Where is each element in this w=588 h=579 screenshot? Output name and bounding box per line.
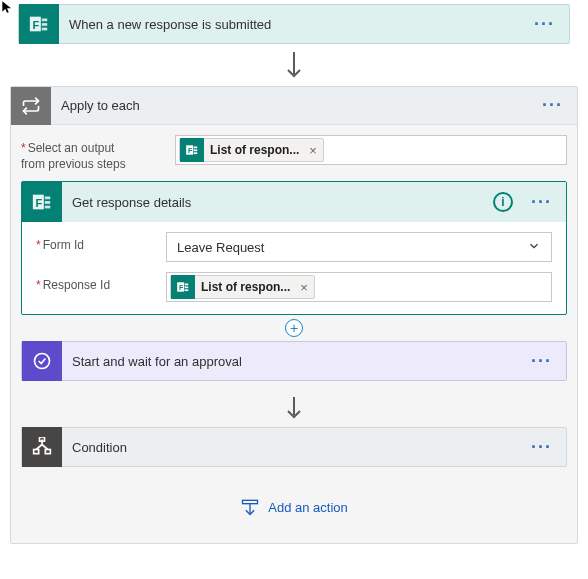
response-token[interactable]: F List of respon... × [170, 275, 315, 299]
forms-icon: F [19, 4, 59, 44]
svg-rect-2 [42, 19, 48, 22]
output-token[interactable]: F List of respon... × [179, 138, 324, 162]
svg-rect-8 [194, 147, 198, 149]
apply-to-each-header[interactable]: Apply to each ··· [11, 87, 577, 125]
get-response-menu-icon[interactable]: ··· [517, 192, 566, 213]
svg-rect-3 [42, 23, 48, 26]
select-output-input[interactable]: F List of respon... × [175, 135, 567, 165]
approval-menu-icon[interactable]: ··· [517, 351, 566, 372]
condition-card[interactable]: Condition ··· [21, 427, 567, 467]
svg-point-21 [35, 354, 50, 369]
token-label: List of respon... [201, 280, 296, 294]
form-id-dropdown[interactable]: Leave Request [166, 232, 552, 262]
trigger-title: When a new response is submitted [59, 17, 520, 32]
plus-icon: + [285, 319, 303, 337]
select-output-row: Select an output from previous steps F L… [21, 135, 567, 171]
trigger-menu-icon[interactable]: ··· [520, 14, 569, 35]
apply-to-each-title: Apply to each [51, 98, 528, 113]
form-id-value: Leave Request [177, 240, 264, 255]
cursor-icon [0, 0, 14, 17]
condition-title: Condition [62, 440, 517, 455]
apply-to-each-container: Apply to each ··· Select an output from … [10, 86, 578, 544]
condition-menu-icon[interactable]: ··· [517, 437, 566, 458]
forms-icon: F [171, 275, 195, 299]
svg-rect-10 [194, 152, 198, 154]
approval-title: Start and wait for an approval [62, 354, 517, 369]
svg-rect-28 [40, 437, 45, 441]
condition-icon [22, 427, 62, 467]
arrow-icon [10, 44, 578, 86]
forms-icon: F [22, 182, 62, 222]
arrow-icon [21, 389, 567, 427]
svg-text:F: F [33, 19, 40, 31]
loop-icon [11, 87, 51, 125]
approval-icon [22, 341, 62, 381]
svg-rect-15 [45, 206, 51, 209]
forms-icon: F [180, 138, 204, 162]
svg-rect-29 [243, 500, 258, 503]
trigger-card[interactable]: F When a new response is submitted ··· [18, 4, 570, 44]
token-label: List of respon... [210, 143, 305, 157]
svg-rect-13 [45, 197, 51, 200]
select-output-label: Select an output from previous steps [21, 135, 175, 171]
svg-text:F: F [36, 197, 43, 209]
token-remove-icon[interactable]: × [296, 280, 312, 295]
token-remove-icon[interactable]: × [305, 143, 321, 158]
get-response-card: F Get response details i ··· Form Id Lea… [21, 181, 567, 315]
svg-rect-4 [42, 28, 48, 31]
get-response-header[interactable]: F Get response details i ··· [22, 182, 566, 222]
response-id-input[interactable]: F List of respon... × [166, 272, 552, 302]
svg-rect-19 [185, 286, 189, 288]
chevron-down-icon [527, 239, 541, 256]
svg-rect-27 [45, 450, 50, 454]
apply-to-each-menu-icon[interactable]: ··· [528, 95, 577, 116]
svg-rect-20 [185, 289, 189, 291]
insert-step-button[interactable]: + [21, 319, 567, 337]
svg-text:F: F [188, 147, 193, 154]
get-response-title: Get response details [62, 195, 493, 210]
svg-rect-9 [194, 149, 198, 151]
svg-rect-26 [34, 450, 39, 454]
svg-rect-14 [45, 201, 51, 204]
svg-text:F: F [179, 284, 184, 291]
info-icon[interactable]: i [493, 192, 513, 212]
add-action-button[interactable]: Add an action [21, 475, 567, 525]
svg-rect-18 [185, 284, 189, 286]
form-id-label: Form Id [36, 232, 166, 252]
add-action-icon [240, 497, 260, 517]
approval-card[interactable]: Start and wait for an approval ··· [21, 341, 567, 381]
add-action-label: Add an action [268, 500, 348, 515]
response-id-label: Response Id [36, 272, 166, 292]
